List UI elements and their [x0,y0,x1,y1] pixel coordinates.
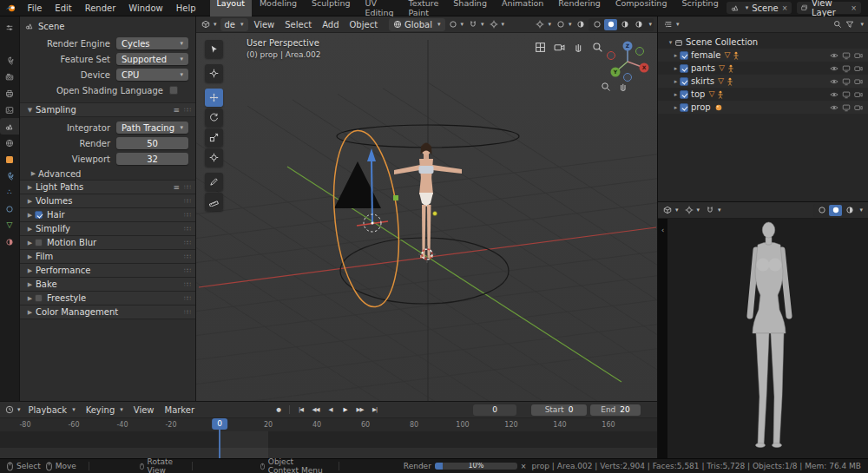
hair-checkbox[interactable] [35,211,43,219]
show-gizmo-button[interactable]: ▾ [534,20,553,29]
panel-sampling[interactable]: ▼ Sampling ≡ ∷∷ [20,102,195,117]
current-frame-field[interactable]: 0 [473,404,516,416]
frame-start-field[interactable]: Start0 [531,404,587,416]
collapsed-toolbar-strip[interactable]: ‹ [658,219,667,459]
tab-particles[interactable]: ∴ [0,184,19,200]
scale-tool[interactable] [205,128,223,147]
tab-material[interactable] [0,233,19,250]
frame-end-field[interactable]: End20 [590,404,641,416]
expand-icon[interactable]: ▸ [672,91,680,98]
rotate-tool[interactable] [205,108,223,127]
panel-grip-icon[interactable]: ∷∷ [184,212,190,219]
shading-caret-icon[interactable]: ▾ [859,207,863,214]
gizmo-y-handle[interactable] [393,195,398,200]
expand-icon[interactable]: ▸ [672,78,680,85]
view-layer-remove-icon[interactable]: × [851,4,857,12]
expand-icon[interactable]: ▸ [672,52,680,59]
motion-blur-checkbox[interactable] [35,239,43,246]
pivot-point-button[interactable]: ▾ [447,20,466,29]
tab-tool[interactable] [0,52,19,69]
filter-funnel-icon[interactable] [845,20,854,29]
panel-color-management[interactable]: ▶ Color Management ∷∷ [20,305,195,319]
transform-tool[interactable] [205,148,223,167]
filter-caret-icon[interactable]: ▾ [860,21,864,28]
snapping-button[interactable]: ▾ [704,206,723,214]
outliner-row-female[interactable]: ▸ female ▽ [658,49,868,62]
panel-grip-icon[interactable]: ∷∷ [184,198,190,205]
shading-wireframe-button[interactable] [590,19,603,30]
select-box-tool[interactable] [205,40,223,58]
panel-grip-icon[interactable]: ∷∷ [184,281,190,288]
tab-output[interactable] [0,85,19,102]
hide-eye-icon[interactable] [830,90,838,99]
viewport-menu-object[interactable]: Object [345,19,383,30]
panel-grip-icon[interactable]: ∷∷ [184,184,190,191]
cursor-tool[interactable] [205,64,223,82]
outliner-row-pants[interactable]: ▸ pants ▽ [658,62,868,75]
device-select[interactable]: CPU▾ [116,69,188,81]
panel-grip-icon[interactable]: ∷∷ [184,267,190,274]
tab-object-data[interactable]: ▽ [0,217,19,233]
panel-performance[interactable]: ▶ Performance ∷∷ [20,263,195,278]
disable-render-icon[interactable] [854,90,863,99]
axis-neg-y-ball[interactable] [636,48,644,56]
panel-light-paths[interactable]: ▶ Light Paths ≡ ∷∷ [20,180,195,194]
jump-to-start-button[interactable]: |◀ [294,404,307,416]
shading-solid-button[interactable] [604,19,617,30]
search-icon[interactable] [833,20,842,29]
tab-object[interactable] [0,151,19,168]
hide-eye-icon[interactable] [830,77,838,86]
tab-view-layer[interactable] [0,102,19,118]
disable-viewport-icon[interactable] [842,77,851,86]
timeline-menu-view[interactable]: View [129,404,159,416]
timeline-ruler[interactable]: -80 -60 -40 -20 0 20 40 60 80 100 120 14… [0,417,657,431]
tab-physics[interactable] [0,200,19,217]
timeline-menu-keying[interactable]: Keying▾ [82,404,128,416]
outliner-row-top[interactable]: ▸ top ▽ [658,88,868,101]
collection-checkbox[interactable] [680,51,688,60]
viewport-3d[interactable]: ▾ de▾ View Select Add Object Global▾ ▾ ▾… [195,16,657,401]
outliner-row-prop[interactable]: ▸ prop [658,101,868,114]
render-samples-field[interactable]: 50 [116,137,188,149]
integrator-select[interactable]: Path Tracing▾ [116,122,188,134]
panel-volumes[interactable]: ▶ Volumes ∷∷ [20,194,195,208]
disable-viewport-icon[interactable] [842,103,851,112]
play-reverse-button[interactable]: ◀ [324,404,337,416]
expand-icon[interactable]: ▾ [667,39,674,46]
feature-set-select[interactable]: Supported▾ [116,53,188,65]
next-keyframe-button[interactable]: ▶▶ [353,404,366,416]
viewport-menu-view[interactable]: View [250,19,279,30]
snapping-button[interactable]: ▾ [467,20,486,29]
freestyle-checkbox[interactable] [35,294,43,302]
xray-toggle[interactable] [575,20,587,29]
play-button[interactable]: ▶ [339,404,352,416]
shading-wireframe-button[interactable] [815,205,828,216]
hide-eye-icon[interactable] [830,51,838,60]
disable-viewport-icon[interactable] [842,64,851,73]
viewport-menu-select[interactable]: Select [280,19,316,30]
scene-selector[interactable]: ▾ Scene × [727,2,792,14]
move-tool[interactable] [205,89,223,107]
mannequin-model[interactable] [667,219,868,459]
hide-eye-icon[interactable] [830,64,838,73]
outliner-row-skirts[interactable]: ▸ skirts ▽ [658,75,868,88]
disable-render-icon[interactable] [854,77,863,86]
presets-icon[interactable]: ≡ [174,106,181,115]
collection-checkbox[interactable] [680,90,688,99]
axis-neg-z-ball[interactable] [624,74,632,82]
menu-help[interactable]: Help [170,3,202,14]
scene-browse-caret[interactable]: ▾ [746,4,749,11]
disable-render-icon[interactable] [854,64,863,73]
collection-checkbox[interactable] [680,77,688,86]
panel-grip-icon[interactable]: ∷∷ [184,295,190,302]
timeline-tracks[interactable] [0,431,657,459]
auto-key-record-button[interactable]: ● [272,404,285,416]
panel-film[interactable]: ▶ Film ∷∷ [20,249,195,264]
shading-material-button[interactable] [618,19,631,30]
playhead-frame-badge[interactable]: 0 [212,418,227,430]
hide-eye-icon[interactable] [830,103,838,112]
panel-grip-icon[interactable]: ∷∷ [184,253,190,260]
annotate-tool[interactable] [205,173,223,191]
editor-type-button[interactable]: ▾ [200,20,219,29]
viewport-secondary[interactable]: ▾ ▾ ▾ ▾ ‹ [657,201,868,458]
